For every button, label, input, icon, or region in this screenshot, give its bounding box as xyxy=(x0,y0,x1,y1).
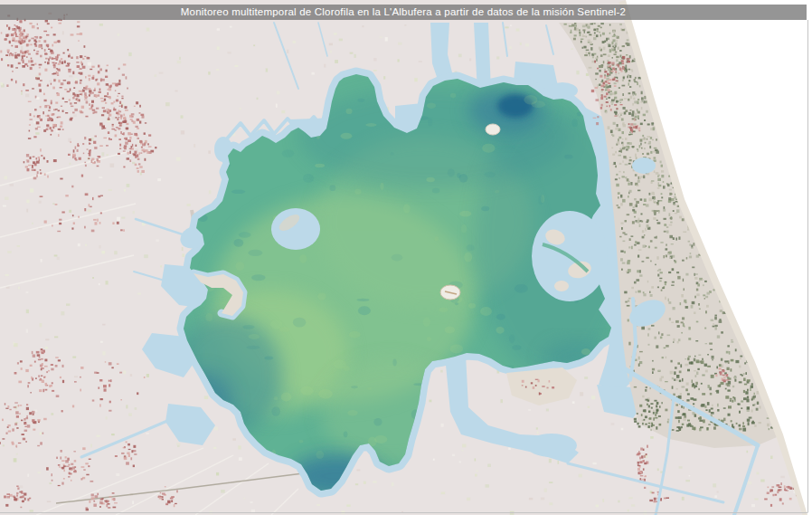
map-export-window: Monitoreo multitemporal de Clorofila en … xyxy=(0,0,812,515)
map-title-bar: Monitoreo multitemporal de Clorofila en … xyxy=(0,5,807,20)
map-title: Monitoreo multitemporal de Clorofila en … xyxy=(181,5,626,20)
small-islet xyxy=(486,124,500,135)
west-islet-shoal xyxy=(271,208,320,250)
channel-pond xyxy=(526,434,577,457)
dune-pond xyxy=(632,157,656,174)
albufera-map-canvas[interactable] xyxy=(0,0,812,515)
